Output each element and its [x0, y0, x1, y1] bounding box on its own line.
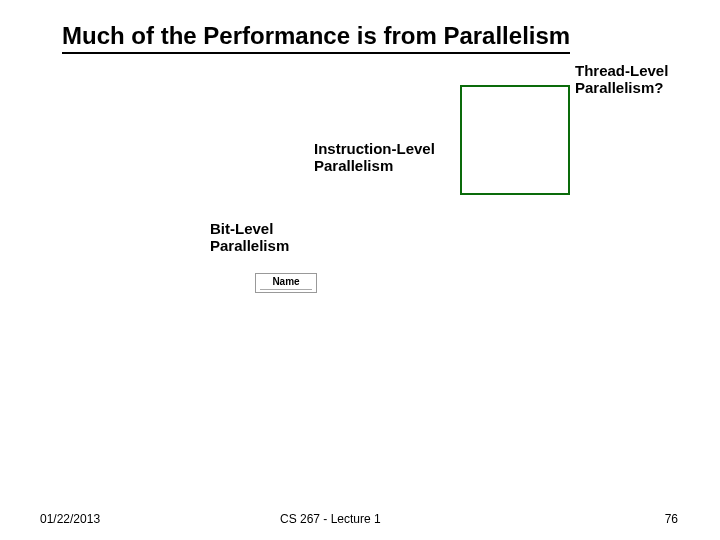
- label-instruction-level: Instruction-Level Parallelism: [314, 140, 435, 175]
- box-instruction-level: [340, 180, 490, 290]
- footer-date: 01/22/2013: [40, 512, 100, 526]
- label-bit-level: Bit-Level Parallelism: [210, 220, 289, 255]
- page-title: Much of the Performance is from Parallel…: [62, 22, 570, 54]
- footer-page-number: 76: [665, 512, 678, 526]
- label-blp-line2: Parallelism: [210, 237, 289, 254]
- label-tlp-line1: Thread-Level: [575, 62, 668, 79]
- legend-name: Name: [272, 276, 299, 287]
- label-blp-line1: Bit-Level: [210, 220, 273, 237]
- label-thread-level: Thread-Level Parallelism?: [575, 62, 668, 97]
- footer-course: CS 267 - Lecture 1: [280, 512, 381, 526]
- label-tlp-line2: Parallelism?: [575, 79, 663, 96]
- legend-divider: [260, 289, 312, 290]
- slide: Much of the Performance is from Parallel…: [0, 0, 720, 540]
- legend-box: Name: [255, 273, 317, 293]
- label-ilp-line2: Parallelism: [314, 157, 393, 174]
- label-ilp-line1: Instruction-Level: [314, 140, 435, 157]
- box-thread-level: [460, 85, 570, 195]
